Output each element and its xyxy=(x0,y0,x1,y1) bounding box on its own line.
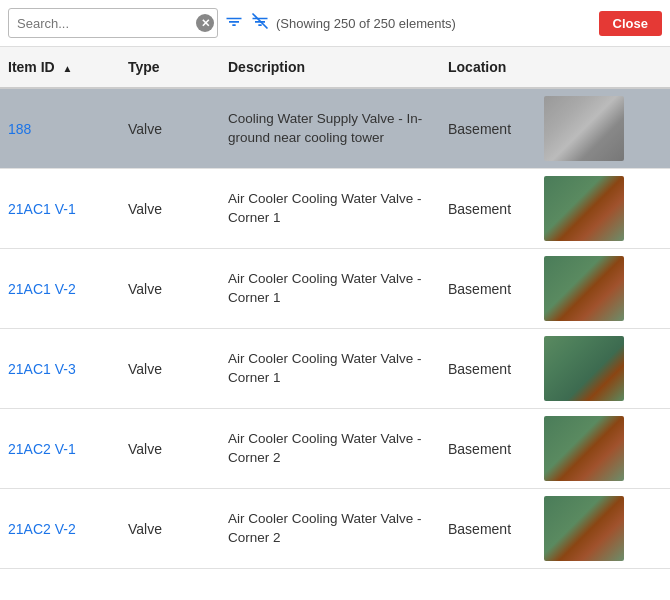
search-wrapper: ✕ xyxy=(8,8,218,38)
thumbnail-image xyxy=(544,336,624,401)
cell-image xyxy=(540,172,670,245)
cell-description: Air Cooler Cooling Water Valve - Corner … xyxy=(220,182,440,236)
table-body[interactable]: 188 Valve Cooling Water Supply Valve - I… xyxy=(0,89,670,592)
table-row[interactable]: 21AC1 V-3 Valve Air Cooler Cooling Water… xyxy=(0,329,670,409)
cell-location: Basement xyxy=(440,193,540,225)
cell-type: Valve xyxy=(120,353,220,385)
showing-count-text: (Showing 250 of 250 elements) xyxy=(276,16,593,31)
clear-search-button[interactable]: ✕ xyxy=(196,14,214,32)
svg-line-0 xyxy=(253,13,268,28)
cell-description: Cooling Water Supply Valve - In-ground n… xyxy=(220,102,440,156)
table-row[interactable]: 21AC1 V-1 Valve Air Cooler Cooling Water… xyxy=(0,169,670,249)
cell-description: Air Cooler Cooling Water Valve - Corner … xyxy=(220,422,440,476)
cell-type: Valve xyxy=(120,193,220,225)
search-input[interactable] xyxy=(8,8,218,38)
cell-location: Basement xyxy=(440,513,540,545)
thumbnail-image xyxy=(544,416,624,481)
cell-type: Valve xyxy=(120,273,220,305)
cell-location: Basement xyxy=(440,353,540,385)
cell-type: Valve xyxy=(120,513,220,545)
cell-type: Valve xyxy=(120,113,220,145)
column-header-description: Description xyxy=(220,55,440,79)
thumbnail-image xyxy=(544,256,624,321)
cell-image xyxy=(540,412,670,485)
table-row[interactable]: 21AC1 V-2 Valve Air Cooler Cooling Water… xyxy=(0,249,670,329)
cell-image xyxy=(540,332,670,405)
column-header-location: Location xyxy=(440,55,540,79)
column-header-type: Type xyxy=(120,55,220,79)
cell-location: Basement xyxy=(440,273,540,305)
close-button[interactable]: Close xyxy=(599,11,662,36)
cell-item-id[interactable]: 21AC2 V-1 xyxy=(0,433,120,465)
cell-item-id[interactable]: 21AC1 V-1 xyxy=(0,193,120,225)
thumbnail-image xyxy=(544,176,624,241)
cell-description: Air Cooler Cooling Water Valve - Corner … xyxy=(220,262,440,316)
filter-slash-icon[interactable] xyxy=(250,11,270,36)
cell-image xyxy=(540,492,670,565)
table-header: Item ID ▲ Type Description Location xyxy=(0,47,670,89)
cell-item-id[interactable]: 21AC1 V-2 xyxy=(0,273,120,305)
cell-description: Air Cooler Cooling Water Valve - Corner … xyxy=(220,502,440,556)
column-header-item-id[interactable]: Item ID ▲ xyxy=(0,55,120,79)
cell-location: Basement xyxy=(440,113,540,145)
cell-item-id[interactable]: 21AC1 V-3 xyxy=(0,353,120,385)
thumbnail-image xyxy=(544,496,624,561)
sort-arrow-item-id: ▲ xyxy=(63,63,73,74)
cell-item-id[interactable]: 21AC2 V-2 xyxy=(0,513,120,545)
column-header-image xyxy=(540,55,670,79)
table-row[interactable]: 21AC2 V-1 Valve Air Cooler Cooling Water… xyxy=(0,409,670,489)
top-bar: ✕ (Showing 250 of 250 elements) Close xyxy=(0,0,670,47)
cell-image xyxy=(540,92,670,165)
filter-icon[interactable] xyxy=(224,11,244,36)
cell-description: Air Cooler Cooling Water Valve - Corner … xyxy=(220,342,440,396)
cell-image xyxy=(540,252,670,325)
cell-type: Valve xyxy=(120,433,220,465)
thumbnail-image xyxy=(544,96,624,161)
table-row[interactable]: 188 Valve Cooling Water Supply Valve - I… xyxy=(0,89,670,169)
cell-location: Basement xyxy=(440,433,540,465)
table-row[interactable]: 21AC2 V-2 Valve Air Cooler Cooling Water… xyxy=(0,489,670,569)
cell-item-id[interactable]: 188 xyxy=(0,113,120,145)
